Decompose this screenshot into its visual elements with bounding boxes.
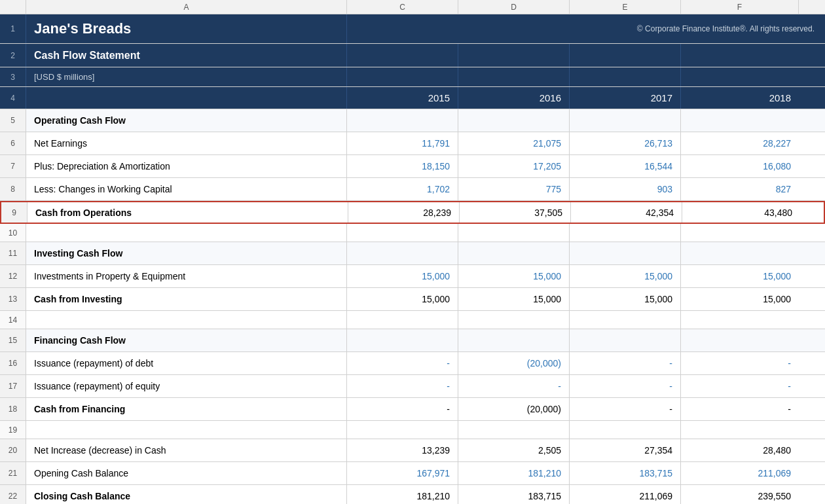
row-10: 10 xyxy=(0,224,825,242)
val-c-20: 13,239 xyxy=(347,439,458,461)
rownum-20: 20 xyxy=(0,439,26,461)
data-rows: 5 Operating Cash Flow 6 Net Earnings 11,… xyxy=(0,109,825,504)
rownum-15: 15 xyxy=(0,329,26,351)
val-f-9: 43,480 xyxy=(682,202,800,223)
rownum-7: 7 xyxy=(0,155,26,177)
val-e-13: 15,000 xyxy=(570,288,681,310)
val-f-7: 16,080 xyxy=(681,155,799,177)
val-c-8: 1,702 xyxy=(347,178,458,200)
val-e-15 xyxy=(570,329,681,351)
label-7: Plus: Depreciation & Amortization xyxy=(26,155,347,177)
row-17: 17 Issuance (repayment) of equity - - - … xyxy=(0,375,825,398)
col-header-d: D xyxy=(458,0,570,14)
val-d-16: (20,000) xyxy=(458,352,570,374)
val-f-18: - xyxy=(681,398,799,420)
val-e-6: 26,713 xyxy=(570,132,681,154)
rownum-17: 17 xyxy=(0,375,26,397)
row-16: 16 Issuance (repayment) of debt - (20,00… xyxy=(0,352,825,375)
row-19: 19 xyxy=(0,421,825,439)
label-11: Investing Cash Flow xyxy=(26,242,347,264)
row-21: 21 Opening Cash Balance 167,971 181,210 … xyxy=(0,462,825,485)
val-d-5 xyxy=(458,109,570,132)
rownum-19: 19 xyxy=(0,421,26,439)
rownum-2: 2 xyxy=(0,44,26,67)
col-header-c: C xyxy=(347,0,458,14)
row4-a xyxy=(26,87,347,109)
row-11: 11 Investing Cash Flow xyxy=(0,242,825,265)
label-13: Cash from Investing xyxy=(26,288,347,310)
label-16: Issuance (repayment) of debt xyxy=(26,352,347,374)
row3-c xyxy=(347,67,458,86)
val-d-7: 17,205 xyxy=(458,155,570,177)
row-14: 14 xyxy=(0,311,825,329)
row-15: 15 Financing Cash Flow xyxy=(0,329,825,352)
rownum-4: 4 xyxy=(0,87,26,109)
row-22: 22 Closing Cash Balance 181,210 183,715 … xyxy=(0,485,825,504)
label-9: Cash from Operations xyxy=(28,202,348,223)
col-header-e: E xyxy=(570,0,681,14)
val-e-9: 42,354 xyxy=(571,202,682,223)
row2-e xyxy=(570,44,681,67)
row-13: 13 Cash from Investing 15,000 15,000 15,… xyxy=(0,288,825,311)
val-e-20: 27,354 xyxy=(570,439,681,461)
val-f-11 xyxy=(681,242,799,264)
usd-label-cell: [USD $ millions] xyxy=(26,67,347,86)
val-d-17: - xyxy=(458,375,570,397)
val-e-12: 15,000 xyxy=(570,265,681,287)
row-8: 8 Less: Changes in Working Capital 1,702… xyxy=(0,178,825,201)
col-header-row: A C D E F xyxy=(0,0,825,14)
val-c-11 xyxy=(347,242,458,264)
rownum-14: 14 xyxy=(0,311,26,329)
val-c-9: 28,239 xyxy=(348,202,460,223)
year-2015-header: 2015 xyxy=(347,87,458,109)
rownum-3: 3 xyxy=(0,67,26,86)
statement-title: Cash Flow Statement xyxy=(34,50,140,62)
val-d-22: 183,715 xyxy=(458,485,570,504)
val-e-11 xyxy=(570,242,681,264)
val-f-15 xyxy=(681,329,799,351)
val-d-21: 181,210 xyxy=(458,462,570,484)
row-9: 9 Cash from Operations 28,239 37,505 42,… xyxy=(0,201,825,224)
label-15: Financing Cash Flow xyxy=(26,329,347,351)
val-c-5 xyxy=(347,109,458,132)
label-22: Closing Cash Balance xyxy=(26,485,347,504)
rownum-5: 5 xyxy=(0,109,26,132)
year-2018-header: 2018 xyxy=(681,87,799,109)
rownum-8: 8 xyxy=(0,178,26,200)
row-18: 18 Cash from Financing - (20,000) - - xyxy=(0,398,825,421)
val-f-21: 211,069 xyxy=(681,462,799,484)
val-c-15 xyxy=(347,329,458,351)
copyright-cell: © Corporate Finance Institute®. All righ… xyxy=(347,14,825,43)
val-d-13: 15,000 xyxy=(458,288,570,310)
val-e-8: 903 xyxy=(570,178,681,200)
val-f-22: 239,550 xyxy=(681,485,799,504)
spreadsheet: A C D E F 1 Jane's Breads © Corporate Fi… xyxy=(0,0,825,504)
label-8: Less: Changes in Working Capital xyxy=(26,178,347,200)
val-d-6: 21,075 xyxy=(458,132,570,154)
val-f-17: - xyxy=(681,375,799,397)
val-c-16: - xyxy=(347,352,458,374)
company-name-cell: Jane's Breads xyxy=(26,14,347,43)
rownum-21: 21 xyxy=(0,462,26,484)
corner-cell xyxy=(0,0,26,14)
col-header-f: F xyxy=(681,0,799,14)
val-e-21: 183,715 xyxy=(570,462,681,484)
rownum-12: 12 xyxy=(0,265,26,287)
label-6: Net Earnings xyxy=(26,132,347,154)
val-d-8: 775 xyxy=(458,178,570,200)
row2-c xyxy=(347,44,458,67)
row-12: 12 Investments in Property & Equipment 1… xyxy=(0,265,825,288)
val-d-18: (20,000) xyxy=(458,398,570,420)
val-f-6: 28,227 xyxy=(681,132,799,154)
val-d-12: 15,000 xyxy=(458,265,570,287)
val-d-9: 37,505 xyxy=(460,202,571,223)
row-4: 4 2015 2016 2017 2018 xyxy=(0,87,825,109)
year-2016-header: 2016 xyxy=(458,87,570,109)
val-f-20: 28,480 xyxy=(681,439,799,461)
val-f-8: 827 xyxy=(681,178,799,200)
val-c-21: 167,971 xyxy=(347,462,458,484)
row-6: 6 Net Earnings 11,791 21,075 26,713 28,2… xyxy=(0,132,825,155)
val-f-5 xyxy=(681,109,799,132)
rownum-18: 18 xyxy=(0,398,26,420)
label-17: Issuance (repayment) of equity xyxy=(26,375,347,397)
